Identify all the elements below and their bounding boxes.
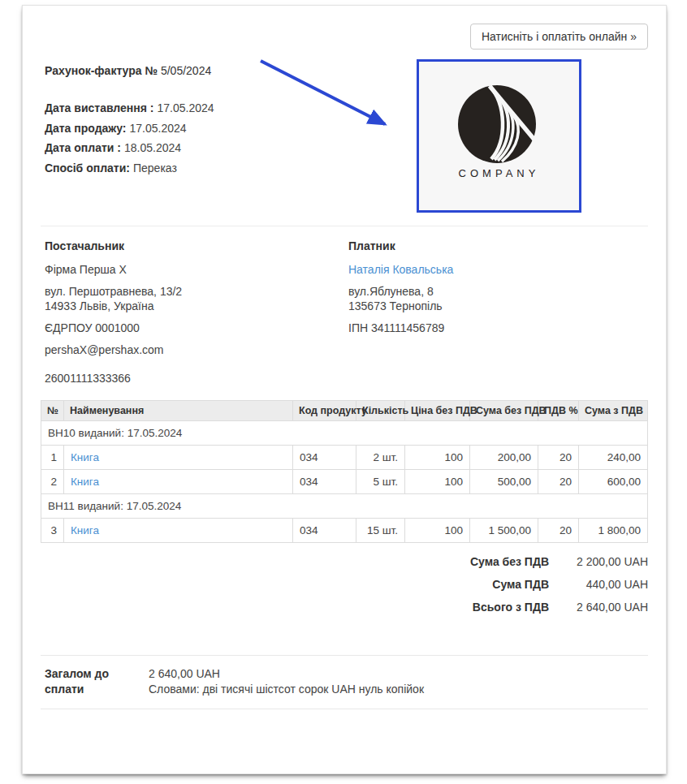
section-divider bbox=[41, 226, 648, 226]
table-row: 3 Книга 034 15 шт. 100 1 500,00 20 1 800… bbox=[41, 519, 648, 543]
invoice-title: Рахунок-фактура № 5/05/2024 bbox=[45, 64, 211, 77]
product-link[interactable]: Книга bbox=[71, 476, 99, 488]
field-payment-date: Дата оплати :18.05.2024 bbox=[45, 138, 214, 158]
payer-title: Платник bbox=[348, 239, 646, 252]
supplier-name: Фірма Перша X bbox=[45, 263, 348, 276]
cell-name: Книга bbox=[64, 446, 293, 470]
group-header-row: ВН10 виданий: 17.05.2024 bbox=[41, 421, 648, 446]
totals-block: Сума без ПДВ 2 200,00 UAH Сума ПДВ 440,0… bbox=[470, 554, 648, 622]
field-label: Дата оплати : bbox=[45, 141, 121, 154]
col-number: № bbox=[41, 401, 64, 421]
total-value: 2 640,00 UAH bbox=[549, 600, 648, 615]
cell-price-net: 100 bbox=[405, 470, 470, 494]
grand-total-section: Загалом до сплати 2 640,00 UAH Словами: … bbox=[41, 655, 648, 709]
field-value: Переказ bbox=[133, 162, 177, 174]
cell-price-net: 100 bbox=[405, 519, 470, 543]
field-label: Дата виставлення : bbox=[45, 101, 153, 114]
col-sum-net: Сума без ПДВ bbox=[470, 401, 538, 421]
table-row: 1 Книга 034 2 шт. 100 200,00 20 240,00 bbox=[41, 446, 648, 470]
product-link[interactable]: Книга bbox=[71, 524, 99, 536]
field-sale-date: Дата продажу:17.05.2024 bbox=[45, 118, 214, 139]
product-link[interactable]: Книга bbox=[71, 451, 99, 463]
cell-name: Книга bbox=[64, 470, 293, 494]
cell-sum-gross: 600,00 bbox=[579, 470, 648, 494]
field-payment-method: Спосіб оплати:Переказ bbox=[45, 158, 214, 179]
grand-total-label: Загалом до сплати bbox=[41, 666, 149, 697]
cell-number: 3 bbox=[41, 519, 64, 543]
company-logo-mark bbox=[419, 62, 579, 183]
invoice-number: 5/05/2024 bbox=[161, 64, 211, 77]
items-table: № Найменування Код продукту Кількість Ці… bbox=[41, 400, 648, 543]
cell-vat: 20 bbox=[538, 519, 579, 543]
arrow-icon bbox=[257, 54, 403, 136]
col-quantity: Кількість bbox=[356, 401, 405, 421]
payer-block: Платник Наталія Ковальська вул.Яблунева,… bbox=[348, 239, 646, 356]
cell-quantity: 5 шт. bbox=[356, 470, 405, 494]
total-gross-row: Всього з ПДВ 2 640,00 UAH bbox=[470, 600, 648, 615]
cell-code: 034 bbox=[293, 470, 356, 494]
total-value: 2 200,00 UAH bbox=[549, 554, 648, 570]
cell-quantity: 2 шт. bbox=[356, 446, 405, 470]
cell-sum-net: 1 500,00 bbox=[470, 519, 538, 543]
col-price-net: Ціна без ПДВ bbox=[405, 401, 470, 421]
field-label: Дата продажу: bbox=[45, 122, 127, 135]
invoice-fields: Дата виставлення :17.05.2024 Дата продаж… bbox=[45, 98, 214, 178]
supplier-address-line1: вул. Першотравнева, 13/2 bbox=[45, 284, 348, 299]
field-value: 17.05.2024 bbox=[157, 101, 214, 114]
group-header-row: ВН11 виданий: 17.05.2024 bbox=[41, 494, 648, 519]
total-net-row: Сума без ПДВ 2 200,00 UAH bbox=[470, 554, 648, 570]
payer-tax-id: ІПН 341111456789 bbox=[348, 321, 646, 334]
col-sum-gross: Сума з ПДВ bbox=[579, 401, 648, 421]
supplier-tax-id: ЄДРПОУ 0001000 bbox=[45, 321, 348, 334]
cell-code: 034 bbox=[293, 446, 356, 470]
col-name: Найменування bbox=[64, 401, 293, 421]
table-header-row: № Найменування Код продукту Кількість Ці… bbox=[41, 401, 648, 421]
group-header-label: ВН11 виданий: 17.05.2024 bbox=[41, 494, 648, 519]
col-vat: ПДВ % bbox=[538, 401, 579, 421]
cell-number: 1 bbox=[41, 446, 64, 470]
cell-price-net: 100 bbox=[405, 446, 470, 470]
total-vat-row: Сума ПДВ 440,00 UAH bbox=[470, 577, 648, 592]
cell-code: 034 bbox=[293, 519, 356, 543]
group-header-label: ВН10 виданий: 17.05.2024 bbox=[41, 421, 648, 446]
table-row: 2 Книга 034 5 шт. 100 500,00 20 600,00 bbox=[41, 470, 648, 494]
cell-quantity: 15 шт. bbox=[356, 519, 405, 543]
supplier-block: Постачальник Фірма Перша X вул. Першотра… bbox=[45, 239, 348, 356]
supplier-title: Постачальник bbox=[45, 239, 348, 252]
supplier-address-line2: 14933 Львів, Україна bbox=[45, 299, 348, 313]
supplier-email: pershaX@pershax.com bbox=[45, 343, 348, 356]
total-label: Всього з ПДВ bbox=[473, 600, 549, 615]
field-issue-date: Дата виставлення :17.05.2024 bbox=[45, 98, 214, 118]
field-value: 18.05.2024 bbox=[124, 141, 181, 154]
cell-vat: 20 bbox=[538, 470, 579, 494]
grand-total-amount: 2 640,00 UAH bbox=[149, 666, 648, 682]
invoice-card: Натисніть і оплатіть онлайн » Рахунок-фа… bbox=[22, 5, 667, 774]
payer-address-line1: вул.Яблунева, 8 bbox=[348, 284, 646, 299]
pay-online-button[interactable]: Натисніть і оплатіть онлайн » bbox=[470, 24, 648, 50]
total-value: 440,00 UAH bbox=[549, 577, 648, 592]
total-label: Сума ПДВ bbox=[492, 577, 549, 592]
cell-vat: 20 bbox=[538, 446, 579, 470]
company-logo: COMPANY bbox=[417, 59, 581, 213]
field-value: 17.05.2024 bbox=[130, 122, 187, 135]
cell-name: Книга bbox=[64, 519, 293, 543]
payer-name-link[interactable]: Наталія Ковальська bbox=[348, 263, 453, 276]
col-code: Код продукту bbox=[293, 401, 356, 421]
cell-sum-net: 500,00 bbox=[470, 470, 538, 494]
company-logo-text: COMPANY bbox=[419, 167, 579, 179]
field-label: Спосіб оплати: bbox=[45, 162, 130, 174]
total-label: Сума без ПДВ bbox=[470, 554, 549, 570]
grand-total-words: Словами: дві тисячі шістсот сорок UAH ну… bbox=[149, 682, 648, 697]
grand-total-values: 2 640,00 UAH Словами: дві тисячі шістсот… bbox=[149, 666, 648, 697]
cell-number: 2 bbox=[41, 470, 64, 494]
cell-sum-gross: 240,00 bbox=[579, 446, 648, 470]
parties-section: Постачальник Фірма Перша X вул. Першотра… bbox=[45, 239, 646, 356]
cell-sum-gross: 1 800,00 bbox=[579, 519, 648, 543]
invoice-title-label: Рахунок-фактура № bbox=[45, 64, 158, 77]
cell-sum-net: 200,00 bbox=[470, 446, 538, 470]
payer-address-line2: 135673 Тернопіль bbox=[348, 299, 646, 313]
supplier-account-number: 26001111333366 bbox=[45, 372, 131, 385]
